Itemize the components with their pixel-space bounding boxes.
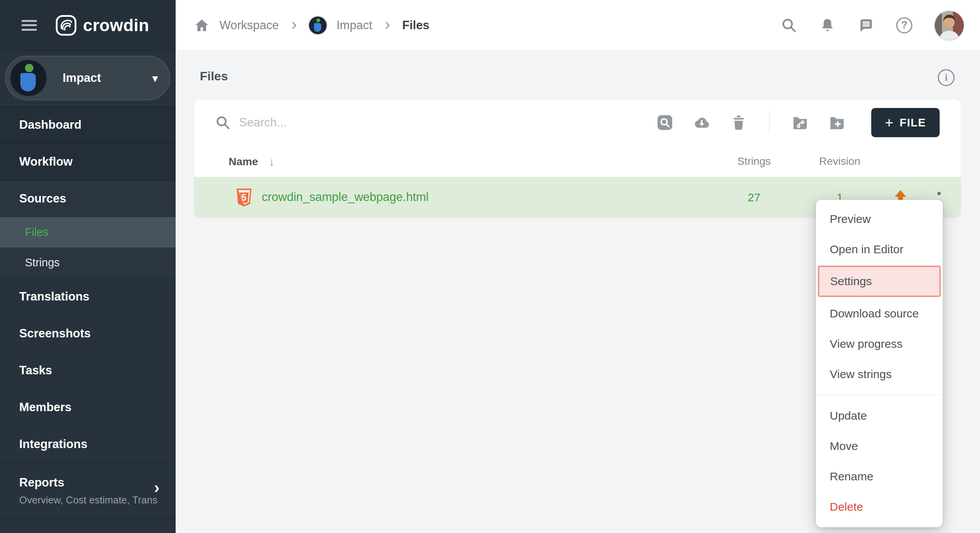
sidebar-group-sources: Sources Files Strings [0, 180, 176, 278]
breadcrumb: Workspace Impact Files [194, 0, 429, 50]
breadcrumb-project-avatar [309, 17, 327, 34]
topbar: Workspace Impact Files ? [176, 0, 980, 50]
sidebar-item-strings[interactable]: Strings [0, 247, 176, 278]
reports-label: Reports [19, 476, 176, 490]
menu-item-download-source[interactable]: Download source [816, 298, 943, 329]
add-folder-icon[interactable] [828, 114, 846, 131]
sidebar-item-files[interactable]: Files [0, 217, 176, 247]
chevron-right-icon [289, 20, 299, 30]
breadcrumb-project[interactable]: Impact [337, 18, 372, 32]
toolbar-actions: + FILE [656, 100, 940, 145]
sidebar: crowdin Impact ▾ Dashboard Workflow Sour… [0, 0, 176, 533]
crowdin-logo-icon [55, 15, 77, 36]
project-avatar [10, 60, 47, 96]
sidebar-item-integrations[interactable]: Integrations [0, 426, 176, 463]
search-icon [215, 115, 231, 130]
download-cloud-icon[interactable] [693, 114, 711, 131]
sidebar-item-tasks[interactable]: Tasks [0, 352, 176, 389]
project-selector[interactable]: Impact ▾ [5, 56, 170, 100]
breadcrumb-current: Files [402, 18, 430, 32]
branch-folder-icon[interactable] [791, 114, 809, 131]
notifications-bell-icon[interactable] [819, 17, 835, 33]
sort-descending-icon: ↓ [269, 155, 274, 168]
app-root: crowdin Impact ▾ Dashboard Workflow Sour… [0, 0, 980, 533]
trash-icon[interactable] [730, 114, 747, 131]
svg-text:5: 5 [241, 192, 246, 203]
menu-item-move[interactable]: Move [816, 431, 943, 461]
search-icon[interactable] [781, 17, 797, 33]
add-file-button-label: FILE [900, 116, 926, 129]
topbar-icons: ? [781, 0, 964, 50]
user-avatar[interactable] [935, 11, 964, 40]
sidebar-item-dashboard[interactable]: Dashboard [0, 106, 176, 143]
crowdin-logo[interactable]: crowdin [55, 15, 149, 36]
sidebar-item-reports[interactable]: Reports Overview, Cost estimate, Transl…… [0, 463, 176, 519]
table-header: Name ↓ Strings Revision [194, 145, 961, 177]
breadcrumb-workspace[interactable]: Workspace [219, 18, 279, 32]
menu-item-open-in-editor[interactable]: Open in Editor [816, 234, 943, 264]
column-name-label: Name [229, 156, 258, 168]
menu-item-update[interactable]: Update [816, 400, 943, 431]
plus-icon: + [885, 115, 893, 130]
messages-icon[interactable] [858, 17, 874, 33]
files-toolbar: + FILE [194, 100, 961, 145]
sidebar-item-screenshots[interactable]: Screenshots [0, 315, 176, 352]
menu-item-view-progress[interactable]: View progress [816, 329, 943, 359]
menu-divider [816, 395, 943, 395]
sidebar-nav: Dashboard Workflow Sources Files Strings… [0, 106, 176, 519]
menu-item-settings[interactable]: Settings [818, 266, 941, 297]
chevron-down-icon: ▾ [152, 71, 158, 85]
sidebar-header: crowdin [0, 0, 176, 51]
hamburger-menu-icon[interactable] [22, 20, 37, 31]
chevron-right-icon: › [154, 478, 159, 497]
file-search [215, 115, 470, 130]
add-file-button[interactable]: + FILE [871, 108, 940, 137]
reports-subtitle: Overview, Cost estimate, Transl… [19, 494, 158, 506]
sidebar-item-members[interactable]: Members [0, 389, 176, 426]
menu-item-preview[interactable]: Preview [816, 204, 943, 234]
crowdin-logo-text: crowdin [83, 16, 149, 35]
column-header-name[interactable]: Name ↓ [229, 155, 274, 168]
column-header-strings[interactable]: Strings [737, 155, 771, 168]
menu-item-rename[interactable]: Rename [816, 461, 943, 491]
preview-search-icon[interactable] [656, 114, 674, 131]
sidebar-item-sources[interactable]: Sources [0, 180, 176, 217]
file-name[interactable]: crowdin_sample_webpage.html [262, 190, 429, 204]
menu-item-view-strings[interactable]: View strings [816, 359, 943, 389]
file-strings-count: 27 [737, 191, 771, 204]
toolbar-divider [769, 111, 770, 134]
html5-file-icon: 5 [236, 188, 252, 207]
project-name: Impact [63, 71, 101, 85]
file-context-menu: Preview Open in Editor Settings Download… [816, 200, 943, 527]
sidebar-item-workflow[interactable]: Workflow [0, 143, 176, 180]
column-header-revision[interactable]: Revision [819, 155, 861, 168]
search-input[interactable] [239, 116, 470, 130]
page-title: Files [200, 69, 228, 83]
home-icon[interactable] [194, 18, 209, 33]
help-icon[interactable]: ? [896, 17, 912, 33]
menu-item-delete[interactable]: Delete [816, 491, 943, 522]
sidebar-item-translations[interactable]: Translations [0, 278, 176, 315]
chevron-right-icon [382, 20, 392, 30]
info-icon[interactable]: i [938, 69, 955, 86]
